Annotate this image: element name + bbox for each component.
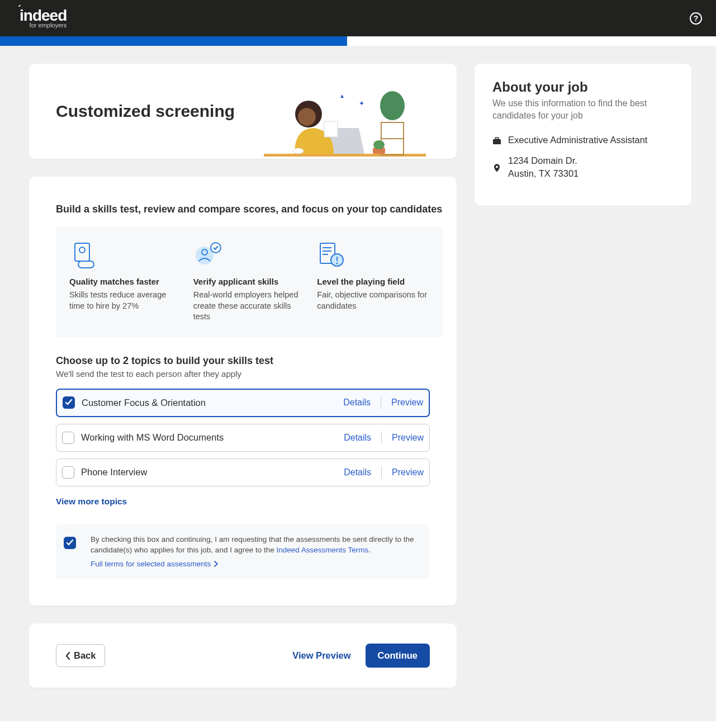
- about-job-row: Executive Administrative Assistant: [492, 134, 674, 146]
- hero-title: Customized screening: [56, 102, 235, 121]
- topics-list: Customer Focus & Orientation Details Pre…: [56, 389, 430, 486]
- feature-desc: Skills tests reduce average time to hire…: [69, 290, 182, 311]
- logo-main: indeed: [20, 8, 67, 23]
- about-sub: We use this information to find the best…: [492, 97, 674, 122]
- feature-level: Level the playing field Fair, objective …: [317, 241, 430, 323]
- document-alert-icon: [317, 241, 346, 270]
- header: indeed for employers ?: [0, 0, 716, 36]
- svg-point-3: [298, 108, 316, 126]
- progress-bar: [0, 36, 716, 46]
- check-icon: [65, 399, 73, 406]
- feature-verify: Verify applicant skills Real-world emplo…: [193, 241, 306, 323]
- briefcase-icon: [492, 135, 501, 146]
- topic-checkbox[interactable]: [63, 396, 75, 409]
- footer: Products – Resources – FAQ – Blog ©2020 …: [0, 721, 716, 728]
- check-icon: [66, 539, 74, 547]
- view-preview-link[interactable]: View Preview: [292, 650, 350, 661]
- about-card: About your job We use this information t…: [475, 64, 691, 206]
- topic-row[interactable]: Customer Focus & Orientation Details Pre…: [56, 389, 430, 417]
- divider: [381, 396, 381, 409]
- person-check-icon: [193, 241, 222, 270]
- continue-button[interactable]: Continue: [366, 644, 430, 668]
- logo[interactable]: indeed for employers: [20, 8, 67, 29]
- svg-point-14: [79, 247, 85, 253]
- topic-details-link[interactable]: Details: [344, 433, 371, 443]
- about-location-row: 1234 Domain Dr. Austin, TX 73301: [492, 154, 674, 180]
- progress-fill: [0, 36, 347, 46]
- topic-details-link[interactable]: Details: [344, 467, 371, 478]
- section-title: Build a skills test, review and compare …: [56, 204, 443, 215]
- svg-point-18: [211, 243, 221, 253]
- consent-box: By checking this box and continuing, I a…: [56, 524, 430, 579]
- topic-details-link[interactable]: Details: [343, 398, 371, 408]
- svg-point-25: [336, 263, 338, 264]
- consent-text-2: .: [368, 546, 371, 554]
- feature-desc: Fair, objective comparisons for candidat…: [317, 290, 430, 311]
- nav-card: Back View Preview Continue: [29, 623, 457, 688]
- topic-checkbox[interactable]: [62, 466, 74, 479]
- back-button[interactable]: Back: [56, 644, 105, 667]
- address-text: 1234 Domain Dr. Austin, TX 73301: [508, 154, 579, 180]
- choose-sub: We'll send the test to each person after…: [56, 369, 430, 379]
- svg-rect-26: [493, 139, 501, 144]
- topic-label: Customer Focus & Orientation: [82, 398, 343, 408]
- svg-point-11: [373, 140, 385, 149]
- topic-label: Working with MS Word Documents: [81, 432, 344, 443]
- address-line2: Austin, TX 73301: [508, 167, 579, 180]
- choose-title: Choose up to 2 topics to build your skil…: [56, 355, 430, 367]
- topic-row[interactable]: Working with MS Word Documents Details P…: [56, 424, 430, 452]
- badge-icon: [69, 241, 98, 270]
- divider: [381, 432, 382, 444]
- chevron-left-icon: [65, 652, 70, 660]
- features: Quality matches faster Skills tests redu…: [56, 226, 443, 337]
- topic-label: Phone Interview: [81, 467, 344, 478]
- full-terms-link[interactable]: Full terms for selected assessments: [91, 560, 218, 568]
- topic-row[interactable]: Phone Interview Details Preview: [56, 458, 430, 486]
- topic-checkbox[interactable]: [62, 432, 74, 444]
- feature-title: Level the playing field: [317, 277, 430, 286]
- feature-title: Quality matches faster: [69, 277, 182, 286]
- full-terms-label: Full terms for selected assessments: [91, 560, 211, 568]
- svg-marker-5: [340, 94, 344, 98]
- back-label: Back: [74, 650, 96, 661]
- choose-block: Choose up to 2 topics to build your skil…: [56, 355, 443, 579]
- svg-rect-4: [324, 121, 338, 137]
- chevron-right-icon: [214, 561, 218, 567]
- svg-point-12: [293, 148, 304, 154]
- hero-card: Customized screening ✦: [29, 64, 457, 159]
- help-icon[interactable]: ?: [690, 12, 702, 25]
- topic-preview-link[interactable]: Preview: [391, 398, 423, 408]
- job-title-text: Executive Administrative Assistant: [508, 134, 647, 146]
- feature-quality: Quality matches faster Skills tests redu…: [69, 241, 182, 323]
- feature-title: Verify applicant skills: [193, 277, 306, 286]
- svg-point-9: [380, 91, 405, 120]
- svg-point-28: [496, 166, 498, 168]
- topic-preview-link[interactable]: Preview: [392, 433, 424, 443]
- hero-illustration: ✦: [264, 83, 426, 159]
- feature-desc: Real-world employers helped create these…: [193, 290, 306, 323]
- consent-text: By checking this box and continuing, I a…: [91, 535, 419, 556]
- main-card: Build a skills test, review and compare …: [29, 177, 457, 606]
- assessments-terms-link[interactable]: Indeed Assessments Terms: [276, 546, 368, 554]
- divider: [381, 466, 382, 479]
- consent-checkbox[interactable]: [64, 537, 76, 549]
- view-more-topics-link[interactable]: View more topics: [56, 497, 127, 507]
- location-pin-icon: [492, 156, 501, 180]
- svg-text:✦: ✦: [359, 100, 364, 107]
- topic-preview-link[interactable]: Preview: [392, 467, 424, 478]
- svg-rect-15: [78, 261, 94, 268]
- address-line1: 1234 Domain Dr.: [508, 154, 579, 167]
- about-title: About your job: [492, 79, 674, 95]
- svg-rect-27: [495, 138, 499, 139]
